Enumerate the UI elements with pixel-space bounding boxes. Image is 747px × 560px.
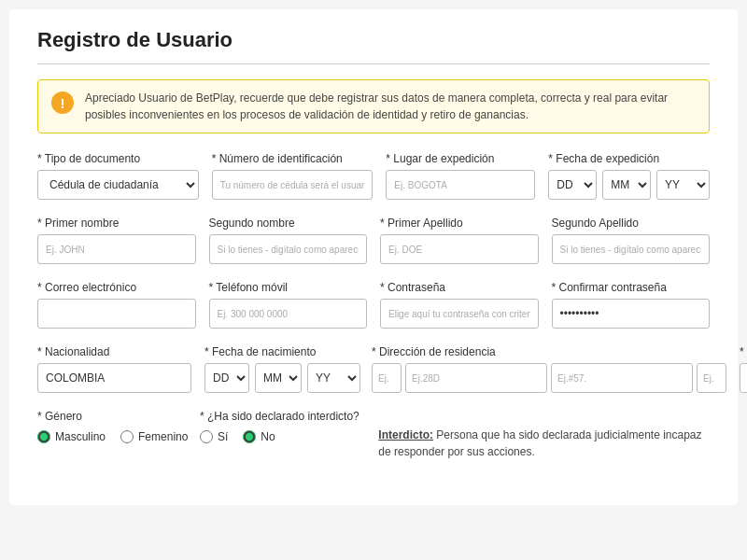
genero-femenino-radio[interactable] [120, 430, 134, 443]
page-title: Registro de Usuario [37, 28, 710, 52]
fecha-expedicion-date-group: DD0102030405 060708091011 121314151617 1… [548, 170, 710, 200]
genero-femenino[interactable]: Femenino [120, 430, 188, 443]
primer-nombre-label: * Primer nombre [37, 217, 196, 230]
lugar-expedicion-label: * Lugar de expedición [386, 152, 535, 165]
interdicto-no-radio[interactable] [243, 430, 256, 443]
correo-group: * Correo electrónico [37, 281, 196, 329]
contrasena-group: * Contraseña [380, 281, 539, 329]
row-1: * Tipo de documento Cédula de ciudadanía… [37, 152, 710, 200]
contrasena-label: * Contraseña [380, 281, 539, 294]
interdicto-description-prefix: Interdicto: [378, 428, 433, 441]
primer-apellido-group: * Primer Apellido [380, 217, 539, 264]
fecha-nacimiento-dd[interactable]: DD0102030405 1015202531 [204, 363, 249, 393]
lugar-expedicion-input[interactable] [386, 170, 535, 200]
interdicto-description: Interdicto: Persona que ha sido declarad… [378, 410, 710, 460]
genero-masculino-label: Masculino [55, 430, 106, 443]
genero-femenino-label: Femenino [138, 430, 188, 443]
municipio-label: * Municipio [740, 345, 747, 358]
confirmar-contrasena-group: * Confirmar contraseña [552, 281, 711, 329]
nacionalidad-group: * Nacionalidad [37, 345, 191, 393]
segundo-apellido-label: Segundo Apellido [552, 217, 711, 230]
interdicto-si-label: Sí [218, 430, 228, 443]
fecha-nacimiento-yy[interactable]: YY2000199919981995 199019851980 [307, 363, 360, 393]
direccion-group: * Dirección de residencia [372, 345, 726, 393]
numero-identificacion-group: * Número de identificación [212, 152, 374, 200]
row-3: * Correo electrónico * Teléfono móvil * … [37, 281, 710, 329]
numero-identificacion-input[interactable] [212, 170, 374, 200]
alert-icon: ! [51, 91, 74, 114]
confirmar-contrasena-label: * Confirmar contraseña [552, 281, 711, 294]
genero-group: * Género Masculino Femenino [37, 410, 187, 460]
genero-masculino-radio[interactable] [37, 430, 50, 443]
telefono-group: * Teléfono móvil [209, 281, 368, 329]
alert-box: ! Apreciado Usuario de BetPlay, recuerde… [37, 79, 710, 133]
registration-form-container: Registro de Usuario ! Apreciado Usuario … [9, 9, 738, 505]
nacionalidad-input[interactable] [37, 363, 191, 393]
interdicto-si-radio[interactable] [200, 430, 213, 443]
fecha-nacimiento-label: * Fecha de nacimiento [204, 345, 359, 358]
interdicto-si[interactable]: Sí [200, 430, 228, 443]
interdicto-no[interactable]: No [243, 430, 275, 443]
primer-apellido-label: * Primer Apellido [380, 217, 539, 230]
tipo-documento-select[interactable]: Cédula de ciudadanía Pasaporte Cédula de… [37, 170, 199, 200]
correo-label: * Correo electrónico [37, 281, 196, 294]
primer-nombre-input[interactable] [37, 234, 196, 264]
contrasena-input[interactable] [380, 299, 539, 329]
direccion-label: * Dirección de residencia [372, 345, 726, 358]
tipo-documento-group: * Tipo de documento Cédula de ciudadanía… [37, 152, 199, 200]
segundo-nombre-input[interactable] [209, 234, 368, 264]
segundo-nombre-group: Segundo nombre [209, 217, 368, 264]
interdicto-label: * ¿Ha sido declarado interdicto? [200, 410, 365, 423]
fecha-expedicion-dd[interactable]: DD0102030405 060708091011 121314151617 1… [548, 170, 597, 200]
municipio-group: * Municipio [740, 345, 747, 393]
interdicto-options: Sí No [200, 430, 365, 443]
row-4: * Nacionalidad * Fecha de nacimiento DD0… [37, 345, 710, 393]
fecha-expedicion-label: * Fecha de expedición [548, 152, 710, 165]
numero-identificacion-label: * Número de identificación [212, 152, 374, 165]
primer-nombre-group: * Primer nombre [37, 217, 196, 264]
segundo-nombre-label: Segundo nombre [209, 217, 368, 230]
interdicto-no-label: No [261, 430, 275, 443]
fecha-nacimiento-date-group: DD0102030405 1015202531 MM0102030405 060… [204, 363, 359, 393]
municipio-input[interactable] [740, 363, 747, 393]
telefono-label: * Teléfono móvil [209, 281, 368, 294]
nacionalidad-label: * Nacionalidad [37, 345, 191, 358]
fecha-nacimiento-group: * Fecha de nacimiento DD0102030405 10152… [204, 345, 359, 393]
confirmar-contrasena-input[interactable] [552, 299, 711, 329]
segundo-apellido-input[interactable] [552, 234, 711, 264]
fecha-expedicion-group: * Fecha de expedición DD0102030405 06070… [548, 152, 710, 200]
genero-label: * Género [37, 410, 187, 423]
fecha-nacimiento-mm[interactable]: MM0102030405 060708091011 12 [255, 363, 302, 393]
genero-masculino[interactable]: Masculino [37, 430, 106, 443]
direccion-input-4[interactable] [697, 363, 726, 393]
alert-text: Apreciado Usuario de BetPlay, recuerde q… [85, 90, 696, 123]
direccion-input-1[interactable] [372, 363, 402, 393]
correo-input[interactable] [37, 299, 196, 329]
primer-apellido-input[interactable] [380, 234, 539, 264]
interdicto-group: * ¿Ha sido declarado interdicto? Sí No [200, 410, 365, 460]
fecha-expedicion-yy[interactable]: YY2024202320222021 20202015201020052000 [656, 170, 710, 200]
lugar-expedicion-group: * Lugar de expedición [386, 152, 535, 200]
row-5: * Género Masculino Femenino * ¿Ha sido d… [37, 410, 710, 460]
tipo-documento-label: * Tipo de documento [37, 152, 199, 165]
row-2: * Primer nombre Segundo nombre * Primer … [37, 217, 710, 264]
direccion-inputs [372, 363, 726, 393]
direccion-input-2[interactable] [405, 363, 547, 393]
genero-options: Masculino Femenino [37, 430, 187, 443]
direccion-input-3[interactable] [551, 363, 693, 393]
segundo-apellido-group: Segundo Apellido [552, 217, 711, 264]
title-divider [37, 63, 710, 64]
fecha-expedicion-mm[interactable]: MM0102030405 060708091011 12 [602, 170, 651, 200]
telefono-input[interactable] [209, 299, 368, 329]
